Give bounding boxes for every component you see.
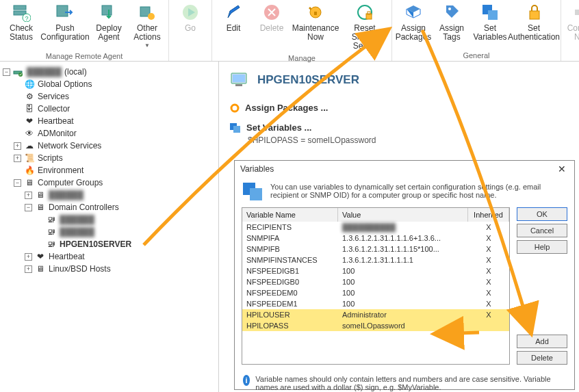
host-title: HPGEN10SERVER	[257, 73, 359, 87]
assign-tags-button[interactable]: AssignTags	[433, 1, 471, 43]
ribbon-item-label: MaintenanceNow	[292, 24, 339, 42]
deploy-agent-button[interactable]: DeployAgent	[90, 1, 128, 43]
cell-value: 1.3.6.1.2.1.31.1.1.1.1	[338, 254, 468, 265]
reset-shared-secret-button[interactable]: Reset SharedSecret	[340, 1, 389, 53]
set-variables-button[interactable]: SetVariables	[471, 1, 509, 43]
expand-toggle[interactable]: +	[14, 155, 21, 162]
cell-inherited	[468, 320, 509, 331]
set-variables-label: Set Variables ...	[246, 122, 311, 133]
cell-value: 100	[338, 287, 468, 298]
ribbon-item-label: Go	[185, 24, 196, 33]
table-row[interactable]: HPILOUSERAdministratorX	[242, 309, 509, 320]
expand-toggle[interactable]: +	[14, 142, 21, 150]
srv-icon: 🖳	[46, 239, 57, 249]
tree-node[interactable]: +❤Heartbeat	[3, 250, 216, 263]
tree-node[interactable]: 🗄Collector	[3, 103, 216, 115]
tree-node-label: Heartbeat	[49, 252, 85, 261]
expand-toggle[interactable]: +	[25, 253, 32, 261]
expand-toggle[interactable]: −	[3, 68, 10, 76]
ribbon-group-label: Manage Remote Agent	[2, 51, 166, 61]
table-row[interactable]: NFSPEEDIGB1100X	[242, 265, 509, 276]
go-button: Go	[171, 1, 209, 34]
svg-rect-4	[57, 5, 68, 16]
toggle-placeholder	[14, 167, 21, 174]
tree-node[interactable]: 🖳██████	[3, 213, 216, 226]
ribbon-item-label: PushConfiguration	[40, 24, 89, 42]
cell-inherited: X	[468, 309, 509, 320]
help-button[interactable]: Help	[517, 240, 567, 254]
expand-toggle[interactable]: +	[25, 192, 32, 199]
table-row[interactable]: RECIPIENTS██████████X	[242, 222, 509, 233]
tree-node[interactable]: ❤Heartbeat	[3, 115, 216, 127]
col-inherited-header[interactable]: Inherited	[468, 208, 509, 222]
expand-toggle[interactable]: −	[25, 204, 32, 211]
cell-name: NFSPEEDEM0	[242, 287, 338, 298]
tree-node[interactable]: +📜Scripts	[3, 152, 216, 164]
tree-node-label: Scripts	[38, 153, 63, 163]
check-status-button[interactable]: ?CheckStatus	[2, 1, 40, 43]
tree-node-label: Domain Controllers	[49, 202, 119, 212]
table-row[interactable]: NFSPEEDEM0100X	[242, 287, 509, 298]
add-button[interactable]: Add	[517, 335, 567, 348]
tree-node[interactable]: +🖥Linux/BSD Hosts	[3, 263, 216, 275]
variables-summary: $HPILOPASS = someILOpassword	[248, 135, 568, 145]
toggle-placeholder	[36, 241, 43, 248]
ribbon-group: AssignPackagesAssignTagsSetVariablesSetA…	[392, 0, 561, 61]
ok-button[interactable]: OK	[517, 207, 567, 221]
ribbon-item-label: CheckStatus	[10, 24, 33, 42]
assign-packages-heading[interactable]: Assign Packages ...	[230, 103, 568, 113]
other-actions-icon	[138, 3, 157, 22]
tree-node-label: ██████	[60, 215, 94, 224]
tree-node[interactable]: 🖳HPGEN10SERVER	[3, 238, 216, 250]
dialog-title: Variables	[240, 164, 274, 174]
table-row[interactable]: NFSPEEDEM1100X	[242, 298, 509, 309]
edit-button[interactable]: Edit	[214, 1, 253, 34]
variables-dialog: Variables ✕ You can use variables to dyn…	[234, 160, 575, 390]
ribbon: ?CheckStatusPushConfigurationDeployAgent…	[0, 0, 579, 62]
tree-node[interactable]: 🖳██████	[3, 226, 216, 238]
other-actions-button[interactable]: OtherActions▼	[128, 1, 166, 51]
table-row[interactable]: SNMPIFA1.3.6.1.2.1.31.1.1.1.6+1.3.6...X	[242, 233, 509, 244]
tree-node[interactable]: 🔥Environment	[3, 164, 216, 177]
table-row[interactable]: HPILOPASSsomeILOpassword	[242, 320, 509, 331]
table-row[interactable]: SNMPIFINSTANCES1.3.6.1.2.1.31.1.1.1.1X	[242, 254, 509, 265]
push-config-icon	[55, 3, 75, 22]
table-row[interactable]: SNMPIFB1.3.6.1.2.1.31.1.1.1.15*100...X	[242, 244, 509, 254]
cell-inherited: X	[468, 287, 509, 298]
tree-node-label: Heartbeat	[38, 116, 74, 126]
maintenance-now-icon	[306, 3, 325, 22]
tree-node-label: Environment	[38, 166, 83, 175]
tree-node-label: HPGEN10SERVER	[60, 239, 131, 249]
col-name-header[interactable]: Variable Name	[242, 208, 338, 222]
ribbon-item-label: Delete	[260, 24, 284, 33]
set-authentication-button[interactable]: SetAuthentication	[509, 1, 558, 43]
assign-packages-button[interactable]: AssignPackages	[394, 1, 433, 43]
expand-toggle[interactable]: −	[14, 179, 21, 187]
ribbon-group: Go	[169, 0, 212, 61]
svg-rect-17	[488, 10, 498, 20]
cell-name: SNMPIFA	[242, 233, 338, 244]
tree-node[interactable]: −🖥Computer Groups	[3, 177, 216, 189]
cell-name: NFSPEEDIGB1	[242, 265, 338, 276]
tree-node[interactable]: +☁Network Services	[3, 140, 216, 152]
table-row[interactable]: NFSPEEDIGB0100X	[242, 276, 509, 287]
variables-big-icon	[243, 183, 263, 200]
close-icon[interactable]: ✕	[555, 164, 569, 174]
delete-button[interactable]: Delete	[517, 351, 567, 365]
tree-node[interactable]: 👁ADMonitor	[3, 127, 216, 140]
tree-node[interactable]: 🌐Global Options	[3, 78, 216, 90]
tree-node[interactable]: −🖥Domain Controllers	[3, 201, 216, 213]
dialog-footer-text: Variable names should only contain lette…	[255, 375, 566, 391]
col-value-header[interactable]: Value	[338, 208, 468, 222]
maintenance-now-button[interactable]: MaintenanceNow	[291, 1, 340, 43]
ribbon-item-label: ConnectNow	[567, 24, 579, 42]
tree-node[interactable]: ⚙Services	[3, 90, 216, 103]
set-variables-heading[interactable]: Set Variables ...	[230, 122, 568, 133]
tree-node[interactable]: +🖥██████	[3, 189, 216, 201]
cancel-button[interactable]: Cancel	[517, 224, 567, 237]
push-config-button[interactable]: PushConfiguration	[40, 1, 90, 43]
expand-toggle[interactable]: +	[25, 265, 32, 273]
tree-root[interactable]: − ██████ (local)	[3, 66, 216, 78]
dialog-intro: You can use variables to dynamically set…	[270, 183, 566, 200]
server-root-icon	[13, 67, 24, 77]
